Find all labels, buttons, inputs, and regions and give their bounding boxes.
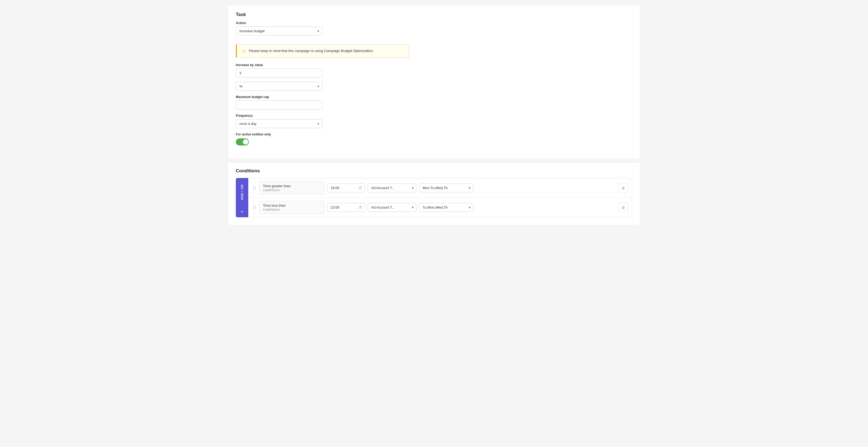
- for-active-group: For active entities only: [236, 132, 632, 146]
- table-row: Time greater than CAMPAIGN ⏱ Ad Account …: [248, 178, 632, 198]
- drag-dots-mid: [253, 187, 255, 188]
- increase-by-group: Increase by value: [236, 63, 632, 78]
- frequency-group: Frequency: once a day twice a day every …: [236, 114, 632, 128]
- condition-name-box-1: Time greater than CAMPAIGN: [259, 181, 324, 194]
- condition-sub-name-2: CAMPAIGN: [263, 208, 321, 211]
- active-toggle[interactable]: [236, 139, 249, 146]
- task-section: Task Action Increase budget ▼ ⚠ Please k…: [228, 5, 640, 158]
- warning-text: Please keep in mind that this campaign i…: [249, 48, 374, 54]
- drag-dots-top: [253, 186, 255, 187]
- frequency-select-wrapper: once a day twice a day every hour ▼: [236, 119, 322, 128]
- action-group: Action Increase budget ▼: [236, 21, 632, 40]
- drag-handle-2[interactable]: [252, 205, 257, 210]
- percent-select-wrapper: % Fixed value ▼: [236, 82, 322, 91]
- condition-sub-name-1: CAMPAIGN: [263, 188, 321, 192]
- drag-dots-bot-2: [253, 208, 255, 209]
- account-select-wrapper-1: Ad Account T... ▼: [368, 183, 416, 192]
- delete-button-1[interactable]: 🗑: [618, 183, 628, 193]
- time-input-wrapper-2: ⏱: [327, 203, 365, 212]
- increase-by-label: Increase by value: [236, 63, 632, 67]
- conditions-title: Conditions: [236, 168, 632, 174]
- trash-icon-2: 🗑: [621, 205, 625, 210]
- increase-by-input[interactable]: [236, 68, 322, 78]
- warning-box: ⚠ Please keep in mind that this campaign…: [236, 44, 409, 58]
- toggle-container: [236, 139, 632, 146]
- condition-main-name-2: Time less than: [263, 204, 321, 208]
- account-select-2[interactable]: Ad Account T...: [368, 203, 416, 212]
- conditions-rows: Time greater than CAMPAIGN ⏱ Ad Account …: [248, 178, 632, 217]
- account-select-wrapper-2: Ad Account T... ▼: [368, 203, 416, 212]
- drag-dots-bot: [253, 189, 255, 190]
- account-select-1[interactable]: Ad Account T...: [368, 183, 416, 192]
- page-container: Task Action Increase budget ▼ ⚠ Please k…: [228, 5, 640, 225]
- frequency-label: Frequency:: [236, 114, 632, 118]
- max-budget-input[interactable]: [236, 100, 322, 110]
- drag-dots-mid-2: [253, 207, 255, 208]
- and-or-label: AND / OR: [241, 178, 244, 206]
- action-select[interactable]: Increase budget: [236, 27, 322, 35]
- trash-icon-1: 🗑: [621, 186, 625, 190]
- days-select-1[interactable]: Mon,Tu,Wed,Th: [419, 183, 473, 192]
- action-select-wrapper: Increase budget ▼: [236, 27, 322, 35]
- days-select-2[interactable]: Tu,Mon,Wed,Th: [419, 203, 473, 212]
- frequency-select[interactable]: once a day twice a day every hour: [236, 119, 322, 128]
- conditions-section: Conditions AND / OR +: [228, 163, 640, 225]
- add-condition-button[interactable]: +: [236, 206, 248, 217]
- drag-handle-1[interactable]: [252, 185, 257, 190]
- days-select-wrapper-2: Tu,Mon,Wed,Th ▼: [419, 203, 473, 212]
- percent-select[interactable]: % Fixed value: [236, 82, 322, 91]
- percent-group: % Fixed value ▼: [236, 82, 632, 91]
- and-or-sidebar: AND / OR +: [236, 178, 248, 217]
- delete-button-2[interactable]: 🗑: [618, 203, 628, 212]
- table-row: Time less than CAMPAIGN ⏱ Ad Account T..…: [248, 198, 632, 217]
- time-input-2[interactable]: [327, 203, 365, 212]
- task-title: Task: [236, 12, 632, 17]
- action-label: Action: [236, 21, 632, 25]
- conditions-wrapper: AND / OR +: [236, 178, 632, 217]
- condition-name-box-2: Time less than CAMPAIGN: [259, 201, 324, 214]
- drag-dots-top-2: [253, 206, 255, 206]
- warning-icon: ⚠: [242, 49, 246, 54]
- days-select-wrapper-1: Mon,Tu,Wed,Th ▼: [419, 183, 473, 192]
- time-input-1[interactable]: [327, 183, 365, 192]
- max-budget-group: Maximum budget cap: [236, 95, 632, 110]
- toggle-slider: [236, 139, 249, 146]
- time-input-wrapper-1: ⏱: [327, 183, 365, 192]
- condition-main-name-1: Time greater than: [263, 184, 321, 188]
- max-budget-label: Maximum budget cap: [236, 95, 632, 99]
- for-active-label: For active entities only: [236, 132, 632, 136]
